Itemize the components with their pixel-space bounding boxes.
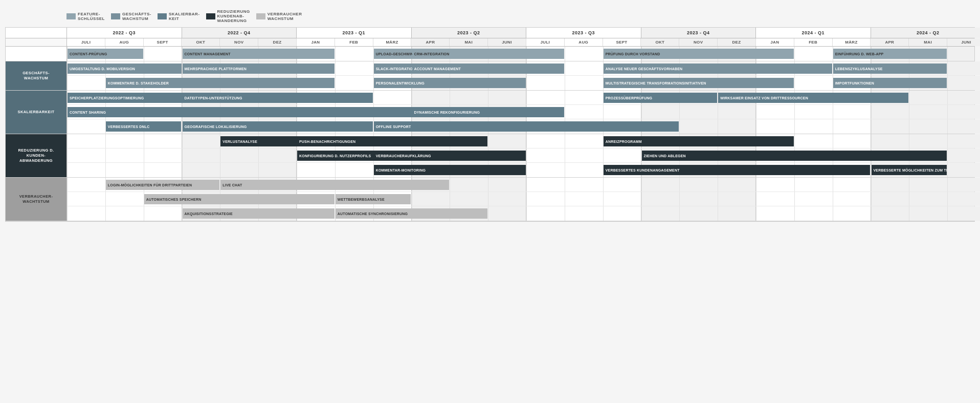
month-gridline [565, 61, 565, 75]
churn-label: REDUZIERUNG D.KUNDEN-ABWANDERUNG [6, 134, 67, 177]
gantt-bar: ACCOUNT MANAGEMENT [412, 63, 564, 74]
month-gridline [947, 192, 948, 206]
month-header-cell: NOV [679, 38, 718, 46]
row-label [6, 47, 67, 61]
month-gridline [488, 134, 488, 148]
gantt-bar: OFFLINE SUPPORT [374, 121, 679, 132]
month-gridline [756, 206, 756, 221]
month-header-cell: SEPT [144, 38, 182, 46]
month-header-cell: JAN [297, 38, 335, 46]
month-gridline [833, 134, 833, 148]
month-gridline [679, 119, 680, 134]
month-gridline [679, 178, 680, 192]
month-gridline [718, 192, 718, 206]
gantt-bar: AKQUISITIONSSTRATEGIE [183, 208, 335, 219]
gantt-bar: VERBRAUCHERAUFKLÄRUNG [374, 151, 526, 161]
month-gridline [182, 163, 183, 177]
quarter-header-cell: 2022 - Q4 [182, 28, 297, 38]
legend-growth-box [111, 13, 120, 19]
month-gridline [373, 91, 374, 104]
month-gridline [335, 61, 336, 75]
month-gridline [794, 76, 795, 90]
gantt-bar: VERBESSERTES KUNDENANGAGEMENT [604, 165, 871, 175]
gantt-row: CONTENT-PRÜFUNGCONTENT MANAGEMENTUPLOAD-… [6, 47, 974, 61]
month-gridline [603, 149, 604, 162]
section-row: UMGESTALTUNG D. MOBILVERSIONMEHRSPRACHIG… [67, 61, 974, 76]
quarter-stripe [182, 149, 297, 162]
legend-scale-label: SKALIERBAR-KEIT [169, 12, 200, 21]
month-gridline [526, 178, 527, 192]
month-gridline [871, 206, 872, 221]
gantt-bar: DYNAMISCHE REKONFIGURIERUNG [412, 107, 564, 117]
month-header-cell: DEZ [718, 38, 756, 46]
month-gridline [794, 178, 795, 192]
gantt-bar: DATEITYPEN-UNTERSTÜTZUNG [183, 93, 373, 103]
legend-scale-box [158, 13, 167, 19]
month-gridline [450, 91, 450, 104]
skalierbarkeit-content: SPEICHERPLATZIERUNGSOPTIMIERUNGDATEITYPE… [67, 91, 974, 134]
gantt-bar: CONTENT-PRÜFUNG [68, 49, 143, 59]
month-header-cell: OKT [641, 38, 679, 46]
legend-growth: GESCHÄFTS-WACHSTUM [111, 12, 151, 21]
gantt-bar: AUTOMATISCHE SYNCHRONISIERUNG [336, 208, 487, 219]
month-header-cell: APR [871, 38, 909, 46]
month-gridline [335, 76, 336, 90]
month-header-cell: MÄRZ [833, 38, 871, 46]
month-gridline [947, 76, 948, 90]
gantt-bar: AUTOMATISCHES SPEICHERN [144, 194, 335, 204]
month-gridline [220, 149, 220, 162]
month-gridline [947, 91, 948, 104]
month-header-cell: AUG [105, 38, 144, 46]
month-header-cell: SEPT [603, 38, 641, 46]
gantt-bar: KOMMENTARE D. STAKEHOLDER [106, 78, 335, 88]
month-gridline [182, 149, 183, 162]
quarter-stripe [871, 105, 981, 119]
section-subrow: AKQUISITIONSSTRATEGIEAUTOMATISCHE SYNCHR… [67, 206, 974, 221]
section-subrow: SPEICHERPLATZIERUNGSOPTIMIERUNGDATEITYPE… [67, 91, 974, 105]
month-gridline [565, 105, 565, 119]
quarter-header-cell: 2023 - Q4 [641, 28, 756, 38]
quarter-stripe [756, 192, 871, 206]
month-gridline [833, 178, 833, 192]
quarter-header-row: 2022 - Q32022 - Q42023 - Q12023 - Q22023… [6, 28, 974, 38]
month-gridline [603, 206, 604, 221]
quarter-stripe [756, 206, 871, 221]
gantt-bar: PROZESSÜBERPRÜFUNG [604, 93, 718, 103]
month-header-cell: MAI [450, 38, 488, 46]
legend-consumer-box [256, 13, 265, 19]
month-gridline [756, 192, 756, 206]
month-gridline [67, 178, 68, 192]
month-gridline [947, 178, 948, 192]
month-gridline [488, 206, 488, 221]
quarter-stripe [871, 192, 981, 206]
month-gridline [488, 91, 488, 104]
consumer-content: LOGIN-MÖGLICHKEITEN FÜR DRITTPARTEIENLIV… [67, 178, 974, 221]
month-gridline [947, 61, 948, 75]
gantt-bar: CONTENT MANAGEMENT [183, 49, 335, 59]
month-gridline [718, 206, 718, 221]
month-header-cell: FEB [335, 38, 373, 46]
quarter-header-cell: 2023 - Q2 [412, 28, 527, 38]
gantt-bar: CRM-INTEGRATION [412, 49, 564, 59]
month-gridline [871, 105, 872, 119]
month-gridline [679, 192, 680, 206]
month-gridline [679, 206, 680, 221]
month-gridline [871, 192, 872, 206]
month-gridline [412, 91, 412, 104]
geschaeftswachstum-label: GESCHÄFTS-WACHSTUM [6, 61, 67, 90]
gantt-bar: GEOGRAFISCHE LOKALISIERUNG [183, 121, 373, 132]
month-gridline [565, 134, 565, 148]
month-gridline [641, 105, 642, 119]
legend-scale: SKALIERBAR-KEIT [158, 12, 200, 21]
month-gridline [67, 149, 68, 162]
gantt-bar: EINFÜHRUNG D. WEB-APP [833, 49, 947, 59]
gantt-bar: ANALYSE NEUER GESCHÄFTSVORHABEN [604, 63, 832, 74]
quarter-header-cell: 2024 - Q1 [756, 28, 871, 38]
month-gridline [450, 192, 450, 206]
consumer-label: VERBRAUCHER-WACHTSTUM [6, 178, 67, 221]
month-header-cell: JAN [756, 38, 794, 46]
gantt-bar: ZIEHEN UND ABLEGEN [642, 151, 947, 161]
month-gridline [565, 91, 565, 104]
month-gridline [947, 134, 948, 148]
quarter-stripe [526, 149, 641, 162]
